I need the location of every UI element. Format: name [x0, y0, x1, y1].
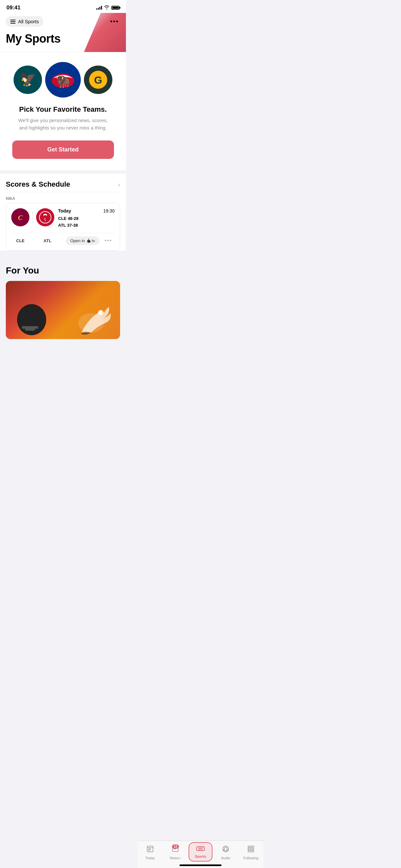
- svg-point-12: [43, 215, 47, 218]
- svg-rect-17: [22, 326, 38, 329]
- team-divider: [33, 211, 33, 224]
- scores-section: Scores & Schedule › NBA C: [0, 174, 126, 251]
- team1-name-footer: CLE: [11, 238, 29, 243]
- helmet-icon: [12, 294, 51, 339]
- tab-bar-spacer: [0, 342, 126, 375]
- page-title: My Sports: [6, 32, 120, 45]
- svg-text:C: C: [18, 213, 23, 221]
- footer-right: Open in tv •••: [66, 237, 115, 245]
- header: All Sports ••• My Sports: [0, 13, 126, 52]
- status-icons: [96, 5, 120, 10]
- all-sports-label: All Sports: [18, 19, 39, 24]
- bills-circle[interactable]: 🦬: [45, 62, 81, 97]
- scores-header: Scores & Schedule ›: [6, 174, 120, 192]
- team2-abbr: ATL: [58, 223, 66, 228]
- game-time-row: Today 19:30: [58, 208, 115, 213]
- for-you-section: For You: [0, 259, 126, 342]
- eagles-circle[interactable]: 🦅: [13, 66, 42, 94]
- cardinals-bird-icon: [49, 287, 114, 339]
- section-divider: [0, 170, 126, 174]
- team1-abbr: CLE: [58, 216, 66, 221]
- team2-name-footer: ATL: [38, 238, 57, 243]
- game-card-footer: CLE ATL Open in tv •••: [11, 233, 115, 245]
- game-card: C Today 19:30: [6, 203, 120, 251]
- appletv-label: tv: [92, 238, 95, 243]
- league-label: NBA: [6, 192, 120, 203]
- battery-icon: [112, 6, 120, 10]
- cavaliers-logo: C: [11, 208, 29, 226]
- all-sports-button[interactable]: All Sports: [6, 16, 43, 27]
- game-time: 19:30: [103, 208, 115, 213]
- game-card-inner: C Today 19:30: [11, 208, 115, 229]
- get-started-button[interactable]: Get Started: [12, 141, 114, 159]
- open-in-label: Open in: [70, 238, 85, 243]
- eagles-logo: 🦅: [13, 66, 42, 94]
- team2-record-val: 37-38: [67, 223, 78, 228]
- wifi-icon: [104, 5, 110, 10]
- team2-record: ATL 37-38: [58, 222, 115, 229]
- for-you-title: For You: [6, 266, 120, 276]
- header-top: All Sports •••: [0, 13, 126, 31]
- scores-title: Scores & Schedule: [6, 180, 70, 189]
- game-date: Today: [58, 208, 71, 213]
- packers-circle[interactable]: G: [84, 66, 112, 94]
- svg-text:🦬: 🦬: [56, 74, 70, 88]
- game-more-dots-icon: •••: [104, 238, 112, 243]
- open-in-apple-tv-button[interactable]: Open in tv: [66, 237, 100, 245]
- pick-teams-title: Pick Your Favorite Teams.: [19, 105, 106, 114]
- page-title-container: My Sports: [0, 31, 126, 45]
- status-time: 09:41: [6, 4, 20, 11]
- more-dots-icon: •••: [110, 18, 119, 25]
- pick-teams-subtitle: We'll give you personalized news, scores…: [14, 117, 112, 131]
- signal-icon: [96, 6, 102, 10]
- packers-logo: G: [84, 66, 112, 94]
- svg-rect-18: [25, 329, 35, 331]
- svg-text:G: G: [94, 74, 102, 86]
- team1-record: CLE 48-28: [58, 215, 115, 222]
- teams-section: 🦅 🦬 G Pick Your Favorite Teams. We'll gi…: [0, 52, 126, 170]
- team-circles: 🦅 🦬 G: [13, 62, 112, 97]
- teams-col: C: [11, 208, 54, 226]
- bills-logo: 🦬: [45, 62, 81, 97]
- scores-chevron-icon[interactable]: ›: [118, 181, 120, 188]
- team1-record-val: 48-28: [68, 216, 79, 221]
- team-names-row: CLE ATL: [11, 238, 57, 243]
- svg-point-14: [98, 310, 103, 315]
- more-options-button[interactable]: •••: [109, 17, 120, 27]
- status-bar: 09:41: [0, 0, 126, 13]
- hamburger-icon: [10, 20, 16, 24]
- hawks-logo: [36, 208, 54, 226]
- apple-logo-icon: [86, 239, 90, 243]
- section-divider-2: [0, 256, 126, 259]
- game-info: Today 19:30 CLE 48-28 ATL 37-38: [58, 208, 115, 229]
- game-more-button[interactable]: •••: [102, 237, 115, 245]
- news-image-preview[interactable]: [6, 281, 120, 339]
- svg-text:🦅: 🦅: [19, 71, 36, 88]
